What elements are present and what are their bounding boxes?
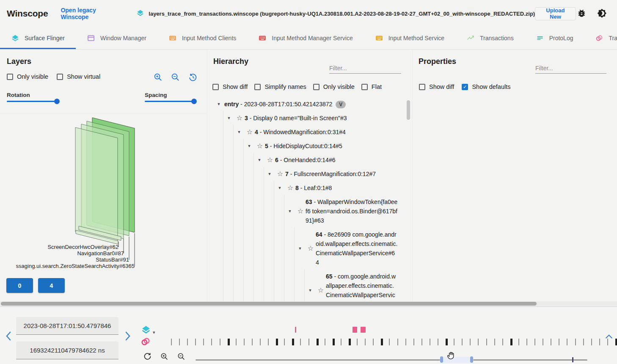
tab-input-method-service[interactable]: Input Method Service [364, 27, 455, 49]
dark-mode-icon[interactable] [597, 8, 607, 19]
checkbox-label: Simplify names [264, 83, 306, 90]
checkbox-flat[interactable]: Flat [361, 83, 382, 90]
tree-node[interactable]: ▼☆7 - FullscreenMagnification:0:12#7 [213, 167, 398, 181]
tree-node[interactable]: ▼☆5 - HideDisplayCutout:0:14#5 [213, 139, 398, 153]
checkbox-only-visible[interactable]: Only visible [7, 73, 48, 80]
checkbox-only-visible[interactable]: Only visible [313, 83, 355, 90]
open-legacy-link[interactable]: Open legacy Winscope [61, 7, 122, 20]
properties-filter-input[interactable] [535, 63, 606, 74]
checkbox-box[interactable] [419, 84, 425, 90]
previous-entry-button[interactable] [4, 331, 14, 343]
tree-node[interactable]: ▼☆65 - com.google.android.wallpaper.effe… [213, 269, 398, 302]
transitions-trace-icon[interactable] [140, 336, 151, 347]
timeline-tick [317, 339, 319, 345]
tab-window-manager[interactable]: Window Manager [76, 27, 157, 49]
collapse-arrow-icon[interactable]: ▼ [274, 186, 285, 190]
layers-panel-title: Layers [7, 57, 31, 66]
tree-node[interactable]: ▼entry - 2023-08-28T17:01:50.421423872V [213, 97, 398, 111]
checkbox-show-diff[interactable]: Show diff [212, 83, 248, 90]
tree-node[interactable]: ▼☆4 - WindowedMagnification:0:31#4 [213, 125, 398, 139]
collapse-arrow-icon[interactable]: ▼ [295, 246, 306, 251]
tab-protolog[interactable]: ProtoLog [525, 27, 584, 49]
collapse-arrow-icon[interactable]: ▼ [264, 172, 275, 176]
range-handle-right[interactable] [470, 356, 473, 363]
checkbox-box[interactable] [57, 74, 63, 80]
collapse-arrow-icon[interactable]: ▼ [254, 158, 265, 162]
rotation-slider-thumb[interactable] [54, 99, 60, 104]
zoom-out-icon[interactable] [171, 72, 180, 84]
checkbox-show-virtual[interactable]: Show virtual [57, 73, 100, 80]
tab-input-method-manager-service[interactable]: Input Method Manager Service [247, 27, 364, 49]
trace-select-caret-icon[interactable]: ▾ [153, 330, 155, 335]
collapse-arrow-icon[interactable]: ▼ [284, 209, 295, 213]
collapse-arrow-icon[interactable]: ▼ [305, 288, 316, 292]
timestamp-input[interactable] [16, 317, 118, 335]
star-icon[interactable]: ☆ [255, 142, 265, 150]
range-track[interactable] [473, 359, 587, 361]
zoom-in-icon[interactable] [153, 72, 163, 84]
star-icon[interactable]: ☆ [234, 114, 245, 122]
timeline-tick [559, 339, 559, 345]
timestamp-ns-input[interactable] [16, 342, 118, 359]
layers-trace-icon[interactable] [141, 325, 151, 335]
checkbox-box[interactable] [254, 84, 261, 90]
checkbox-box[interactable] [361, 84, 368, 90]
tree-scrollbar[interactable] [407, 100, 410, 120]
range-selection[interactable] [443, 357, 470, 363]
star-icon[interactable]: ☆ [245, 128, 255, 136]
spacing-slider[interactable] [145, 101, 196, 102]
tree-node[interactable]: ▼☆3 - Display 0 name="Built-in Screen"#3 [213, 111, 398, 125]
collapse-arrow-icon[interactable]: ▼ [223, 116, 234, 120]
star-icon[interactable]: ☆ [306, 244, 316, 252]
transition-marker[interactable] [353, 327, 357, 333]
checkbox-box[interactable] [7, 74, 13, 80]
timeline-zoom-in-icon[interactable] [160, 352, 169, 363]
checkbox-box[interactable]: ✓ [462, 84, 468, 90]
collapse-arrow-icon[interactable]: ▼ [213, 102, 224, 106]
tree-node[interactable]: ▼☆6 - OneHanded:0:14#6 [213, 153, 398, 167]
restore-view-icon[interactable] [188, 72, 198, 84]
next-entry-button[interactable] [123, 331, 132, 343]
collapse-arrow-icon[interactable]: ▼ [244, 144, 255, 148]
star-icon[interactable]: ☆ [316, 286, 326, 294]
tab-transitions[interactable]: Transitions [584, 27, 617, 49]
horizontal-scrollbar-thumb[interactable] [1, 302, 537, 306]
checkbox-simplify-names[interactable]: Simplify names [254, 83, 306, 90]
collapse-timeline-button[interactable] [604, 331, 614, 344]
star-icon[interactable]: ☆ [295, 207, 306, 215]
range-track[interactable] [196, 359, 440, 361]
star-icon[interactable]: ☆ [265, 156, 275, 164]
checkbox-show-diff[interactable]: Show diff [419, 83, 454, 90]
checkbox-label: Show diff [223, 83, 248, 90]
tree-indent [213, 153, 254, 167]
bug-report-icon[interactable] [577, 8, 587, 19]
display-button-0[interactable]: 0 [6, 278, 33, 293]
tree-node[interactable]: ▼☆64 - 8e26909 com.google.android.wallpa… [213, 227, 398, 269]
transition-marker[interactable] [361, 327, 366, 333]
timeline-ticks[interactable] [171, 338, 617, 346]
timeline-tick [236, 339, 237, 345]
star-icon[interactable]: ☆ [285, 184, 295, 192]
display-button-4[interactable]: 4 [38, 278, 65, 293]
app-title: Winscope [7, 8, 48, 19]
tab-input-method-clients[interactable]: Input Method Clients [157, 27, 247, 49]
tab-surface-flinger[interactable]: Surface Flinger [0, 27, 76, 49]
tree-node[interactable]: ▼☆63 - WallpaperWindowToken{fa0eef6 toke… [213, 195, 398, 227]
checkbox-box[interactable] [212, 84, 219, 90]
layers-3d-view[interactable]: ScreenDecorHwcOverlay#62 NavigationBar0#… [0, 113, 207, 278]
collapse-arrow-icon[interactable]: ▼ [234, 130, 245, 134]
star-icon[interactable]: ☆ [275, 170, 285, 178]
horizontal-scrollbar-track[interactable] [0, 301, 617, 306]
checkbox-box[interactable] [313, 84, 320, 90]
upload-new-button[interactable]: Upload New [535, 7, 576, 20]
checkbox-show-defaults[interactable]: ✓Show defaults [462, 83, 510, 90]
transition-marker[interactable] [295, 327, 296, 333]
timeline-zoom-out-icon[interactable] [177, 352, 186, 363]
hierarchy-filter-input[interactable] [329, 63, 401, 74]
rotation-slider[interactable] [7, 101, 59, 102]
refresh-icon[interactable] [143, 352, 152, 362]
spacing-slider-thumb[interactable] [191, 99, 197, 104]
tree-node[interactable]: ▼☆8 - Leaf:0:1#8 [213, 181, 398, 195]
range-handle-left[interactable] [440, 356, 443, 363]
tab-transactions[interactable]: Transactions [455, 27, 525, 49]
